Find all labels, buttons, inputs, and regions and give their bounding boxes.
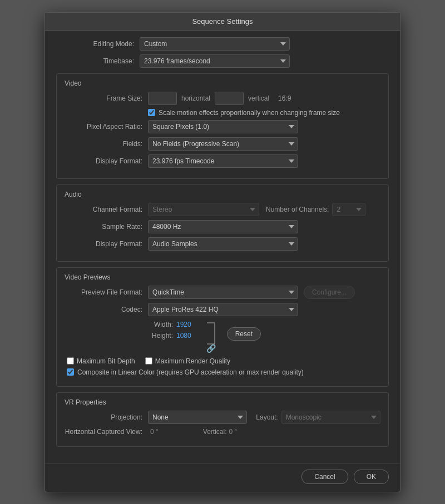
channel-format-select[interactable]: Stereo — [148, 203, 259, 216]
configure-button[interactable]: Configure... — [304, 286, 355, 299]
max-render-quality-item: Maximum Render Quality — [145, 357, 230, 365]
fields-row: Fields: No Fields (Progressive Scan) — [65, 137, 380, 151]
bit-depth-render-quality-row: Maximum Bit Depth Maximum Render Quality — [67, 357, 380, 365]
scale-checkbox-row: Scale motion effects proportionally when… — [148, 109, 380, 117]
pixel-aspect-row: Pixel Aspect Ratio: Square Pixels (1.0) — [65, 120, 380, 133]
wh-block: Width: 1920 Height: 1080 — [148, 321, 191, 343]
frame-size-label: Frame Size: — [65, 94, 142, 102]
pixel-aspect-select[interactable]: Square Pixels (1.0) — [148, 120, 298, 133]
video-previews-section: Video Previews Preview File Format: Quic… — [56, 267, 389, 387]
codec-label: Codec: — [65, 306, 142, 313]
video-section-label: Video — [65, 79, 380, 87]
cancel-button[interactable]: Cancel — [301, 470, 348, 484]
height-row: Height: 1080 — [148, 332, 191, 340]
timebase-select[interactable]: 23.976 frames/second — [140, 54, 290, 68]
dialog-footer: Cancel OK — [45, 463, 400, 492]
width-label: Width: — [148, 321, 173, 328]
aspect-ratio-label: 16:9 — [278, 94, 291, 102]
projection-select[interactable]: None — [148, 411, 247, 424]
editing-mode-select[interactable]: Custom — [140, 37, 290, 51]
composite-row: Composite in Linear Color (requires GPU … — [67, 368, 380, 376]
video-section: Video Frame Size: 1920 horizontal 1080 v… — [56, 73, 389, 179]
top-fields: Editing Mode: Custom Timebase: 23.976 fr… — [56, 37, 389, 68]
audio-section-label: Audio — [65, 191, 380, 198]
horizontal-label: horizontal — [181, 94, 210, 102]
reset-button[interactable]: Reset — [227, 327, 261, 341]
max-bit-depth-checkbox[interactable] — [67, 357, 74, 365]
composite-checkbox[interactable] — [67, 368, 74, 376]
layout-label: Layout: — [256, 413, 278, 421]
preview-file-format-select[interactable]: QuickTime — [148, 286, 298, 299]
vertical-value: 0 ° — [229, 428, 238, 436]
audio-display-format-label: Display Format: — [65, 240, 142, 248]
width-value: 1920 — [176, 321, 191, 328]
vr-properties-section: VR Properties Projection: None Layout: M… — [56, 392, 389, 447]
frame-height-input[interactable]: 1080 — [215, 92, 244, 105]
sequence-settings-dialog: Sequence Settings Editing Mode: Custom T… — [44, 12, 400, 492]
timebase-label: Timebase: — [56, 57, 134, 65]
max-render-quality-checkbox[interactable] — [145, 357, 152, 365]
timebase-row: Timebase: 23.976 frames/second — [56, 54, 389, 68]
vr-section-label: VR Properties — [65, 398, 380, 406]
width-row: Width: 1920 — [148, 321, 191, 328]
vertical-label: vertical — [248, 94, 269, 102]
sample-rate-select[interactable]: 48000 Hz — [148, 220, 298, 233]
horizontal-captured-label: Horizontal Captured View: — [65, 428, 142, 436]
height-label: Height: — [148, 332, 173, 340]
sample-rate-label: Sample Rate: — [65, 223, 142, 231]
height-value: 1080 — [176, 332, 191, 340]
max-render-quality-label: Maximum Render Quality — [155, 357, 230, 365]
projection-label: Projection: — [65, 413, 142, 421]
ok-button[interactable]: OK — [354, 470, 389, 484]
horizontal-vertical-row: Horizontal Captured View: 0 ° Vertical: … — [65, 428, 380, 436]
frame-size-row: Frame Size: 1920 horizontal 1080 vertica… — [65, 92, 380, 105]
num-channels-label: Number of Channels: — [266, 206, 329, 213]
sample-rate-row: Sample Rate: 48000 Hz — [65, 220, 380, 233]
editing-mode-label: Editing Mode: — [56, 40, 134, 48]
horizontal-captured-value: 0 ° — [150, 428, 159, 436]
vertical-label: Vertical: — [203, 428, 227, 436]
num-channels-select[interactable]: 2 — [332, 203, 365, 216]
audio-section: Audio Channel Format: Stereo Number of C… — [56, 184, 389, 262]
audio-display-format-select[interactable]: Audio Samples — [148, 237, 298, 251]
audio-display-format-row: Display Format: Audio Samples — [65, 237, 380, 251]
editing-mode-row: Editing Mode: Custom — [56, 37, 389, 51]
preview-file-format-row: Preview File Format: QuickTime Configure… — [65, 286, 380, 299]
scale-checkbox[interactable] — [148, 109, 155, 116]
composite-label: Composite in Linear Color (requires GPU … — [77, 368, 304, 376]
video-display-format-label: Display Format: — [65, 157, 142, 165]
codec-row: Codec: Apple ProRes 422 HQ — [65, 303, 380, 316]
dialog-title: Sequence Settings — [45, 13, 400, 31]
max-bit-depth-item: Maximum Bit Depth — [67, 357, 135, 365]
link-icon: 🔗 — [206, 344, 216, 353]
dialog-body: Editing Mode: Custom Timebase: 23.976 fr… — [45, 31, 400, 461]
fields-label: Fields: — [65, 140, 142, 148]
codec-select[interactable]: Apple ProRes 422 HQ — [148, 303, 298, 316]
scale-checkbox-label: Scale motion effects proportionally when… — [159, 109, 340, 117]
layout-select[interactable]: Monoscopic — [281, 411, 380, 424]
video-display-format-select[interactable]: 23.976 fps Timecode — [148, 154, 298, 168]
max-bit-depth-label: Maximum Bit Depth — [77, 357, 135, 365]
channel-format-row: Channel Format: Stereo Number of Channel… — [65, 203, 380, 216]
video-previews-label: Video Previews — [65, 273, 380, 281]
channel-format-label: Channel Format: — [65, 206, 142, 213]
fields-select[interactable]: No Fields (Progressive Scan) — [148, 137, 298, 151]
video-display-format-row: Display Format: 23.976 fps Timecode — [65, 154, 380, 168]
frame-width-input[interactable]: 1920 — [148, 92, 177, 105]
projection-row: Projection: None Layout: Monoscopic — [65, 411, 380, 424]
preview-file-format-label: Preview File Format: — [65, 288, 142, 296]
pixel-aspect-label: Pixel Aspect Ratio: — [65, 123, 142, 131]
bracket-icon — [205, 321, 218, 346]
